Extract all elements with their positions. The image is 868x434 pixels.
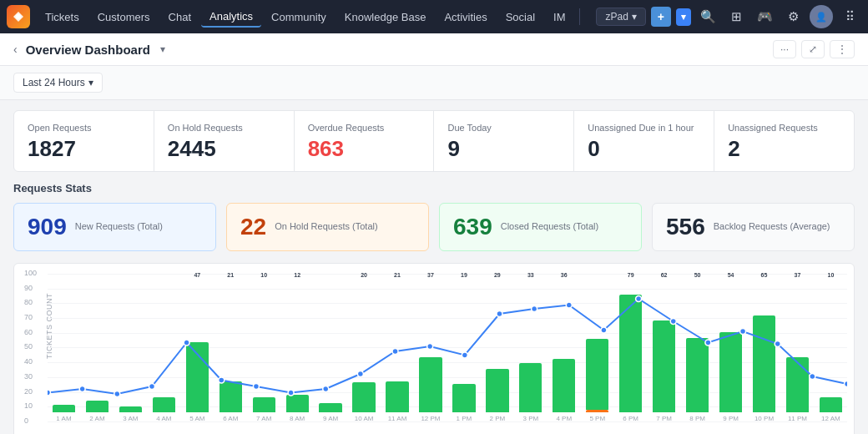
- green-bar: [619, 295, 642, 412]
- x-label: 10 AM: [355, 415, 374, 422]
- stat-onhold-label: On Hold Requests: [168, 123, 280, 133]
- green-bar: [452, 384, 475, 412]
- green-bar: [253, 397, 275, 412]
- bar-group: 364 PM: [548, 274, 580, 422]
- x-label: 2 PM: [490, 415, 506, 422]
- green-bar: [286, 395, 309, 412]
- bar-top-label: 20: [361, 272, 367, 278]
- x-label: 9 AM: [323, 415, 338, 422]
- bar-group: 5 PM: [581, 274, 613, 422]
- bars-area: 1 AM2 AM3 AM4 AM475 AM216 AM107 AM128 AM…: [48, 274, 847, 422]
- green-bar: [719, 332, 742, 412]
- stat-unassigned-due: Unassigned Due in 1 hour 0: [574, 111, 714, 171]
- time-filter[interactable]: Last 24 Hours ▾: [13, 73, 103, 93]
- settings-button[interactable]: ⋮: [830, 40, 855, 58]
- avatar[interactable]: 👤: [810, 5, 833, 28]
- stat-unassigned: Unassigned Requests 2: [714, 111, 854, 171]
- x-label: 2 AM: [89, 415, 104, 422]
- bar-top-label: 65: [761, 272, 768, 278]
- green-bar: [653, 320, 675, 412]
- x-label: 5 AM: [189, 415, 204, 422]
- bar-group: 128 AM: [281, 274, 314, 422]
- x-label: 4 AM: [156, 415, 171, 422]
- x-label: 6 AM: [223, 415, 238, 422]
- stat-open-value: 1827: [28, 138, 140, 159]
- logo[interactable]: [7, 5, 30, 28]
- bar-group: 9 AM: [315, 274, 347, 422]
- x-label: 9 PM: [723, 415, 739, 422]
- more-options-button[interactable]: ···: [773, 40, 796, 58]
- bar-group: 3712 PM: [414, 274, 447, 422]
- stats-row: Open Requests 1827 On Hold Requests 2445…: [13, 110, 855, 172]
- bar-top-label: 36: [561, 272, 568, 278]
- green-bar: [319, 403, 341, 412]
- summary-onhold-label: On Hold Requests (Total): [275, 220, 378, 233]
- filter-bar: Last 24 Hours ▾: [0, 66, 868, 100]
- stat-overdue-requests: Overdue Requests 863: [295, 111, 435, 171]
- nav-activities[interactable]: Activities: [436, 8, 495, 27]
- green-bar: [586, 339, 608, 410]
- add-button[interactable]: +: [651, 7, 671, 27]
- bar-top-label: 12: [294, 272, 300, 278]
- apps-icon[interactable]: ⠿: [838, 5, 861, 28]
- bar-top-label: 10: [827, 272, 834, 278]
- nav-customers[interactable]: Customers: [89, 8, 159, 27]
- bar-top-label: 33: [527, 272, 534, 278]
- bar-top-label: 62: [661, 272, 668, 278]
- bar-top-label: 21: [394, 272, 401, 278]
- bar-top-label: 29: [494, 272, 501, 278]
- grid-icon[interactable]: ⊞: [724, 5, 748, 28]
- bar-group: 796 PM: [614, 274, 647, 422]
- bar-group: 216 AM: [214, 274, 247, 422]
- expand-button[interactable]: ⤢: [801, 40, 825, 58]
- bar-group: 475 AM: [181, 274, 214, 422]
- bar-group: 6510 PM: [748, 274, 780, 422]
- green-bar: [386, 381, 408, 412]
- stat-due-today: Due Today 9: [434, 111, 574, 171]
- green-bar: [220, 381, 242, 412]
- green-bar: [820, 397, 842, 412]
- nav-community[interactable]: Community: [263, 8, 335, 27]
- nav-social[interactable]: Social: [497, 8, 543, 27]
- chart-container: TICKETS COUNT 1009080706050403020100 1 A…: [13, 263, 855, 434]
- nav-right: zPad ▾ + ▾ 🔍 ⊞ 🎮 ⚙ 👤 ⠿: [596, 5, 861, 28]
- section-title: Requests Stats: [13, 182, 855, 194]
- x-label: 8 AM: [290, 415, 305, 422]
- green-bar: [553, 359, 575, 412]
- nav-tickets[interactable]: Tickets: [37, 8, 88, 27]
- nav-chat[interactable]: Chat: [160, 8, 199, 27]
- x-label: 1 AM: [56, 415, 71, 422]
- stat-onhold-value: 2445: [168, 138, 280, 159]
- stat-unassigned-label: Unassigned Requests: [728, 123, 840, 133]
- summary-backlog-num: 556: [666, 214, 705, 240]
- bar-top-label: 21: [227, 272, 234, 278]
- x-label: 11 AM: [388, 415, 407, 422]
- x-label: 12 AM: [821, 415, 840, 422]
- bar-group: 107 AM: [248, 274, 280, 422]
- green-bar: [519, 363, 542, 412]
- nav-im[interactable]: IM: [545, 8, 573, 27]
- game-icon[interactable]: 🎮: [753, 5, 776, 28]
- green-bar: [53, 405, 75, 412]
- bar-group: 333 PM: [514, 274, 547, 422]
- x-label: 3 AM: [123, 415, 138, 422]
- stat-due-value: 9: [447, 138, 560, 159]
- green-bar: [686, 338, 709, 412]
- bar-group: 292 PM: [481, 274, 513, 422]
- bar-group: 191 PM: [447, 274, 480, 422]
- stat-udue-label: Unassigned Due in 1 hour: [588, 123, 700, 133]
- summary-onhold-num: 22: [240, 214, 266, 240]
- settings-icon[interactable]: ⚙: [781, 5, 805, 28]
- bar-top-label: 50: [694, 272, 701, 278]
- bar-top-label: 47: [194, 272, 200, 278]
- title-caret[interactable]: ▾: [160, 43, 165, 55]
- bar-group: 508 PM: [681, 274, 714, 422]
- nav-knowledge-base[interactable]: Knowledge Base: [336, 8, 435, 27]
- add-dropdown[interactable]: ▾: [676, 8, 691, 26]
- zpad-button[interactable]: zPad ▾: [596, 8, 645, 26]
- search-icon[interactable]: 🔍: [696, 5, 719, 28]
- bar-top-label: 10: [260, 272, 267, 278]
- back-button[interactable]: ‹: [13, 43, 18, 56]
- summary-new-requests: 909 New Requests (Total): [13, 203, 216, 251]
- nav-analytics[interactable]: Analytics: [201, 7, 261, 28]
